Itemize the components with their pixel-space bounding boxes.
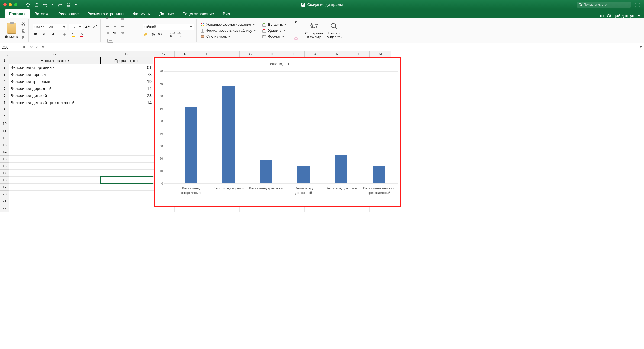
row-head-13[interactable]: 13 [0,141,9,148]
cell-B12[interactable] [100,134,153,141]
expand-formula-icon[interactable] [640,46,642,48]
zoom-window-button[interactable] [14,3,17,6]
row-head-11[interactable]: 11 [0,127,9,134]
cell-styles-button[interactable]: Стили ячеек [200,34,256,39]
align-bottom-button[interactable] [120,15,125,21]
cell-B15[interactable] [100,156,153,163]
cell-B17[interactable] [100,170,153,177]
col-head-M[interactable]: M [370,51,391,57]
row-head-22[interactable]: 22 [0,205,9,212]
bold-button[interactable]: Ж [33,31,38,37]
cell-B18[interactable] [100,177,153,184]
row-head-9[interactable]: 9 [0,113,9,120]
col-head-E[interactable]: E [196,51,218,57]
cell-B4[interactable]: 19 [100,78,153,85]
cell-B14[interactable] [100,148,153,156]
decrease-decimal-button[interactable]: ,00→,0 [177,31,183,37]
tab-вид[interactable]: Вид [218,9,234,18]
cell-A21[interactable] [9,198,100,205]
percent-button[interactable]: % [150,31,156,37]
cell-A12[interactable] [9,134,100,141]
align-right-button[interactable] [120,22,125,28]
tab-вставка[interactable]: Вставка [30,9,54,18]
col-head-B[interactable]: B [100,51,153,57]
chart[interactable]: Продано, шт. Велосипед спортивныйВелосип… [154,57,401,207]
tab-главная[interactable]: Главная [5,9,30,18]
italic-button[interactable]: К [41,31,47,37]
minimize-window-button[interactable] [9,3,12,6]
cell-B7[interactable]: 14 [100,99,153,106]
cell-A8[interactable] [9,106,100,113]
cell-B1[interactable]: Продано, шт. [100,57,153,64]
sheet-search[interactable] [577,2,631,8]
row-head-2[interactable]: 2 [0,64,9,71]
col-head-H[interactable]: H [261,51,283,57]
cell-A14[interactable] [9,148,100,156]
row-head-3[interactable]: 3 [0,71,9,78]
cell-A11[interactable] [9,127,100,134]
name-box[interactable]: B18 [0,44,27,51]
fx-icon[interactable]: fx [42,45,44,49]
cell-B5[interactable]: 14 [100,85,153,92]
row-head-14[interactable]: 14 [0,148,9,156]
row-head-12[interactable]: 12 [0,134,9,141]
cell-A6[interactable]: Велосипед детский [9,92,100,99]
row-head-19[interactable]: 19 [0,184,9,191]
col-head-J[interactable]: J [305,51,326,57]
align-center-button[interactable] [112,22,118,28]
cell-A13[interactable] [9,141,100,148]
font-size-select[interactable]: 16 [69,24,83,30]
cell-B6[interactable]: 23 [100,92,153,99]
row-head-21[interactable]: 21 [0,198,9,205]
row-head-10[interactable]: 10 [0,120,9,127]
redo-icon[interactable] [57,2,62,7]
cancel-formula-icon[interactable]: ✕ [30,45,33,49]
cell-B22[interactable] [100,205,153,212]
insert-cells-button[interactable]: Вставить [262,22,287,27]
number-format-select[interactable]: Общий [143,24,194,30]
cell-B10[interactable] [100,120,153,127]
currency-button[interactable] [143,31,149,37]
col-head-L[interactable]: L [348,51,370,57]
cell-B8[interactable] [100,106,153,113]
find-select-button[interactable]: Найти и выделить [327,22,342,39]
col-head-G[interactable]: G [240,51,261,57]
format-painter-button[interactable] [20,35,26,41]
row-head-1[interactable]: 1 [0,57,9,64]
col-head-I[interactable]: I [283,51,305,57]
formula-input[interactable] [49,44,638,50]
align-top-button[interactable] [104,15,110,21]
delete-cells-button[interactable]: Удалить [262,28,287,33]
cell-B2[interactable]: 61 [100,64,153,71]
cell-B11[interactable] [100,127,153,134]
cell-B20[interactable] [100,191,153,198]
undo-dropdown-icon[interactable] [51,4,54,5]
increase-decimal-button[interactable]: ←,0,00 [169,31,175,37]
cell-A1[interactable]: Наименование [9,57,100,64]
bar[interactable] [335,155,347,183]
save-icon[interactable] [34,2,39,7]
bar[interactable] [185,107,197,183]
cell-B21[interactable] [100,198,153,205]
bar[interactable] [222,86,235,183]
bar[interactable] [297,166,310,183]
row-head-7[interactable]: 7 [0,99,9,106]
cell-B13[interactable] [100,141,153,148]
cell-B16[interactable] [100,163,153,170]
close-window-button[interactable] [3,3,7,6]
paste-button[interactable]: Вставить [5,23,19,38]
cell-A10[interactable] [9,120,100,127]
row-head-15[interactable]: 15 [0,156,9,163]
align-middle-button[interactable] [112,15,118,21]
fill-button[interactable] [293,28,299,34]
row-head-20[interactable]: 20 [0,191,9,198]
tab-рецензирование[interactable]: Рецензирование [178,9,218,18]
conditional-formatting-button[interactable]: Условное форматирование [200,22,256,27]
undo-icon[interactable] [43,2,48,7]
row-head-17[interactable]: 17 [0,170,9,177]
cell-A5[interactable]: Велосипед дорожный [9,85,100,92]
cell-B3[interactable]: 78 [100,71,153,78]
col-head-K[interactable]: K [326,51,348,57]
qat-customize-icon[interactable] [75,4,77,5]
print-icon[interactable] [66,2,71,7]
